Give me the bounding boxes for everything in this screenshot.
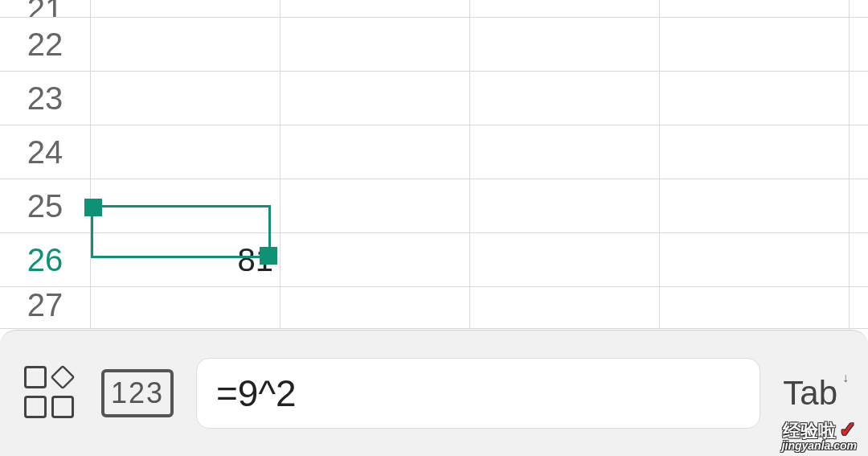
cell[interactable]	[660, 0, 850, 17]
cell[interactable]	[660, 125, 850, 179]
cell[interactable]	[660, 233, 850, 286]
cell[interactable]	[280, 233, 470, 286]
row-header[interactable]: 27	[0, 287, 91, 328]
cell[interactable]	[470, 0, 660, 17]
cell[interactable]	[91, 18, 280, 71]
formula-text: =9^2	[216, 372, 297, 415]
cell[interactable]	[91, 125, 280, 179]
grid-row: 26 81	[0, 233, 868, 287]
number-format-label: 123	[111, 376, 164, 410]
cell[interactable]	[91, 0, 280, 17]
cell[interactable]	[91, 179, 280, 232]
grid-row: 22	[0, 18, 868, 72]
cell[interactable]	[660, 179, 850, 232]
cell[interactable]	[280, 18, 470, 71]
row-header-active[interactable]: 26	[0, 233, 91, 286]
cell[interactable]	[470, 72, 660, 125]
grid-row: 23	[0, 72, 868, 125]
grid-row: 25	[0, 179, 868, 233]
number-format-button[interactable]: 123	[101, 369, 174, 417]
row-header[interactable]: 21	[0, 0, 91, 17]
cell[interactable]	[280, 179, 470, 232]
check-icon: ✓	[839, 417, 857, 442]
cell[interactable]	[660, 287, 850, 328]
cell[interactable]	[470, 125, 660, 179]
watermark: 经验啦✓ jingyanla.com	[782, 419, 857, 451]
cell[interactable]	[280, 72, 470, 125]
grid-row: 27	[0, 287, 868, 329]
row-header[interactable]: 23	[0, 72, 91, 125]
cell[interactable]	[470, 233, 660, 286]
formula-bar-panel: 123 =9^2 Tab ↓	[0, 330, 868, 456]
cell[interactable]	[660, 18, 850, 71]
grid-row: 21	[0, 0, 868, 18]
cell[interactable]	[91, 287, 280, 328]
cell[interactable]	[470, 179, 660, 232]
row-header[interactable]: 25	[0, 179, 91, 232]
cell[interactable]	[470, 287, 660, 328]
row-header[interactable]: 24	[0, 125, 91, 179]
spreadsheet-grid[interactable]: 21 22 23 24 25 26 81	[0, 0, 868, 330]
cell[interactable]	[280, 125, 470, 179]
arrow-down-icon: ↓	[842, 371, 849, 385]
row-header[interactable]: 22	[0, 18, 91, 71]
cell[interactable]	[91, 72, 280, 125]
cell-selected[interactable]: 81	[91, 233, 280, 286]
cell[interactable]	[470, 18, 660, 71]
formula-input[interactable]: =9^2	[196, 358, 760, 429]
grid-row: 24	[0, 125, 868, 179]
cell[interactable]	[660, 72, 850, 125]
apps-grid-icon[interactable]	[24, 366, 79, 421]
cell[interactable]	[280, 0, 470, 17]
tab-key-label: Tab	[783, 374, 837, 412]
cell[interactable]	[280, 287, 470, 328]
cell-value: 81	[238, 242, 274, 278]
tab-key-button[interactable]: Tab ↓	[783, 374, 844, 413]
